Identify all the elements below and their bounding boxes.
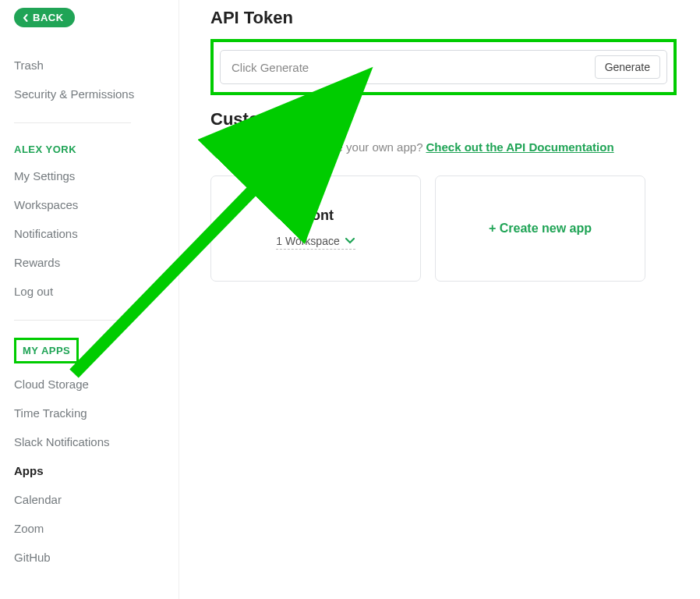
create-new-app-card[interactable]: + Create new app [435, 175, 645, 282]
workspace-label: 1 Workspace [276, 235, 339, 247]
chevron-left-icon [22, 14, 30, 22]
api-token-highlight: Generate [210, 39, 677, 95]
help-row: ? Do you want to create your own app? Ch… [210, 140, 677, 154]
api-token-input[interactable] [232, 61, 595, 74]
sidebar-item-notifications[interactable]: Notifications [14, 219, 164, 248]
custom-apps-title: Custom Apps [210, 109, 677, 129]
divider [14, 122, 131, 123]
divider [14, 320, 131, 321]
chevron-down-icon [345, 235, 355, 247]
generate-button[interactable]: Generate [595, 55, 660, 79]
create-app-label: + Create new app [489, 222, 592, 236]
sidebar-item-zoom[interactable]: Zoom [14, 514, 164, 543]
api-token-row: Generate [220, 50, 667, 84]
user-section-header: ALEX YORK [14, 137, 164, 161]
apps-row: Front 1 Workspace + Create new app [210, 175, 677, 282]
back-label: BACK [33, 12, 64, 23]
app-name: Front [298, 207, 334, 224]
sidebar-item-trash[interactable]: Trash [14, 51, 164, 80]
workspace-selector[interactable]: 1 Workspace [276, 235, 355, 250]
api-docs-link[interactable]: Check out the API Documentation [426, 140, 613, 154]
sidebar-item-cloud-storage[interactable]: Cloud Storage [14, 370, 164, 399]
my-apps-section-header: MY APPS [23, 345, 70, 356]
my-apps-highlight: MY APPS [14, 338, 79, 363]
sidebar-item-security-permissions[interactable]: Security & Permissions [14, 80, 164, 108]
sidebar-item-log-out[interactable]: Log out [14, 277, 164, 306]
help-icon: ? [210, 141, 223, 154]
sidebar-item-github[interactable]: GitHub [14, 543, 164, 572]
sidebar-item-workspaces[interactable]: Workspaces [14, 190, 164, 219]
back-button[interactable]: BACK [14, 8, 75, 27]
help-text: Do you want to create your own app? [229, 140, 422, 154]
app-card-front[interactable]: Front 1 Workspace [210, 175, 421, 282]
sidebar-item-time-tracking[interactable]: Time Tracking [14, 399, 164, 427]
sidebar: BACK Trash Security & Permissions ALEX Y… [0, 0, 179, 599]
sidebar-item-slack-notifications[interactable]: Slack Notifications [14, 427, 164, 456]
main-content: API Token Generate Custom Apps ? Do you … [179, 0, 700, 599]
sidebar-item-apps[interactable]: Apps [14, 456, 164, 485]
sidebar-item-calendar[interactable]: Calendar [14, 485, 164, 514]
sidebar-item-my-settings[interactable]: My Settings [14, 161, 164, 190]
sidebar-item-rewards[interactable]: Rewards [14, 248, 164, 277]
api-token-title: API Token [210, 8, 677, 28]
